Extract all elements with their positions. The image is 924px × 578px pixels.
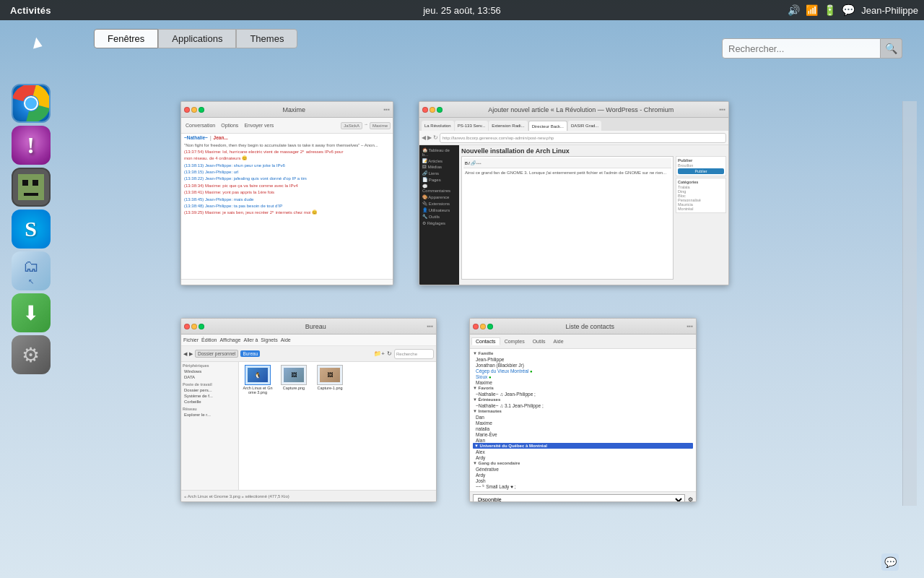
chat-icon[interactable]: 💬 bbox=[842, 4, 855, 17]
fm-back[interactable]: ◀ bbox=[183, 351, 187, 357]
sidebar-item-windows[interactable]: Windows bbox=[183, 368, 237, 374]
sound-icon[interactable]: 🔊 bbox=[788, 4, 800, 16]
wp-menu-outils[interactable]: 🔧 Outils bbox=[421, 213, 458, 220]
wp-menu-item[interactable]: 🏠 Tableau de b... bbox=[421, 147, 458, 158]
chat-to-field[interactable]: JaSickA bbox=[341, 122, 362, 129]
menu-aller[interactable]: Aller à bbox=[243, 337, 258, 342]
window-contacts[interactable]: Liste de contacts ▪▪▪ Contacts Comptes O… bbox=[469, 318, 697, 502]
tab-comptes[interactable]: Comptes bbox=[501, 338, 528, 345]
menu-signets[interactable]: Signets bbox=[261, 337, 277, 342]
close-dot-contacts[interactable] bbox=[473, 324, 479, 329]
fm-location-dossier[interactable]: Dossier personnel bbox=[195, 350, 238, 358]
contact-jonathan[interactable]: Jonathan (Blackbier Jr) bbox=[473, 362, 693, 368]
wp-editor[interactable]: B I 🔗 ▪▪▪▪ Ainsi ce grand fan de GNOME 3… bbox=[461, 156, 674, 280]
sidebar-item-explorer[interactable]: Explorer le r... bbox=[183, 412, 237, 418]
contact-natalia[interactable]: natalia bbox=[473, 426, 693, 431]
search-input[interactable] bbox=[722, 38, 881, 59]
editor-tool-b[interactable]: B bbox=[465, 161, 468, 165]
chat-menu-options[interactable]: Options bbox=[219, 122, 240, 129]
contact-alex[interactable]: Alex bbox=[473, 449, 693, 454]
contact-maxime2[interactable]: Maxime bbox=[473, 420, 693, 426]
dock-icon-minecraft[interactable] bbox=[12, 168, 51, 207]
sidebar-item-corbeille[interactable]: Corbeille bbox=[183, 399, 237, 405]
wp-menu-articles[interactable]: 📝 Articles bbox=[421, 158, 458, 164]
contact-nathalie-erin[interactable]: ~Nathalie~ ♫ 3.1 Jean-Philippe ; bbox=[473, 402, 693, 408]
min-dot-desktop[interactable] bbox=[191, 324, 197, 329]
fm-reload[interactable]: ↻ bbox=[387, 350, 392, 357]
back-button[interactable]: ◀ bbox=[422, 134, 426, 141]
dock-icon-settings[interactable]: ⚙ bbox=[12, 335, 51, 374]
contact-jeanphilippe[interactable]: Jean-Philippe bbox=[473, 356, 693, 362]
min-dot-contacts[interactable] bbox=[480, 324, 486, 329]
contact-ardy[interactable]: Ardy bbox=[473, 454, 693, 460]
fm-search-input[interactable]: Recherche bbox=[394, 349, 434, 359]
file-item-capture1[interactable]: 🖼 Capture-1.png bbox=[314, 365, 346, 390]
dock-icon-chrome[interactable] bbox=[12, 84, 51, 123]
contact-marie-eve[interactable]: Marie-Ève bbox=[473, 431, 693, 437]
contact-sioux[interactable]: Sioux ● bbox=[473, 374, 693, 379]
search-button[interactable]: 🔍 bbox=[881, 38, 902, 59]
wp-menu-pages[interactable]: 📄 Pages bbox=[421, 176, 458, 183]
min-dot[interactable] bbox=[191, 107, 197, 113]
wp-menu-utilisateurs[interactable]: 👤 Utilisateurs bbox=[421, 207, 458, 213]
contact-generative[interactable]: Générative bbox=[473, 466, 693, 472]
wp-menu-medias[interactable]: 🖼 Médias bbox=[421, 164, 458, 170]
wp-menu-liens[interactable]: 🔗 Liens bbox=[421, 170, 458, 176]
wp-cat-item-6[interactable]: Montréal bbox=[678, 207, 724, 211]
fm-location-bureau[interactable]: Bureau bbox=[240, 350, 260, 357]
browser-tab-5[interactable]: DASIR Grad... bbox=[568, 121, 601, 131]
tab-contacts[interactable]: Contacts bbox=[471, 337, 500, 345]
contact-dan[interactable]: Dan bbox=[473, 414, 693, 420]
sidebar-item-systeme[interactable]: Système de f... bbox=[183, 393, 237, 399]
status-config-icon[interactable]: ⚙ bbox=[688, 496, 693, 502]
chat-menu-envoyer[interactable]: Envoyer vers bbox=[242, 122, 276, 129]
browser-tab-3[interactable]: Extension Radi... bbox=[489, 121, 527, 131]
wp-menu-reglages[interactable]: ⚙ Réglages bbox=[421, 220, 458, 226]
notification-icon[interactable]: 💬 bbox=[881, 553, 899, 571]
window-desktop[interactable]: Bureau ▪▪▪ Fichier Édition Affichage All… bbox=[180, 318, 437, 502]
contact-maxime[interactable]: Maxime bbox=[473, 379, 693, 385]
min-dot-chromium[interactable] bbox=[430, 107, 435, 113]
wp-menu-commentaires[interactable]: 💬 Commentaires bbox=[421, 183, 458, 194]
editor-tools-more[interactable]: ▪▪▪▪ bbox=[476, 161, 481, 165]
forward-button[interactable]: ▶ bbox=[427, 134, 432, 141]
tab-aide[interactable]: Aide bbox=[550, 338, 567, 345]
browser-tab-1[interactable]: La Révolution bbox=[422, 121, 454, 131]
sidebar-item-dossier[interactable]: Dossier pers... bbox=[183, 387, 237, 393]
sidebar-item-data[interactable]: DATA bbox=[183, 374, 237, 380]
fm-forward[interactable]: ▶ bbox=[189, 351, 193, 357]
dock-icon-skype[interactable]: S bbox=[12, 210, 51, 249]
max-dot-contacts[interactable] bbox=[487, 324, 493, 329]
file-item-archlinux[interactable]: 🐧 Arch Linux et Gnome 3.png bbox=[242, 365, 274, 394]
contact-small-lady[interactable]: ~~ ⁵ Small Lady ♥ ; bbox=[473, 483, 693, 490]
activities-button[interactable]: Activités bbox=[6, 5, 56, 16]
editor-tool-link[interactable]: 🔗 bbox=[471, 160, 476, 165]
chat-from-field[interactable]: Maxime bbox=[370, 122, 391, 129]
fm-new-folder[interactable]: 📁+ bbox=[374, 350, 385, 357]
menu-edition[interactable]: Édition bbox=[201, 337, 217, 342]
chat-menu-conversation[interactable]: Conversation bbox=[183, 122, 217, 129]
menu-fichier[interactable]: Fichier bbox=[183, 337, 199, 342]
browser-tab-2[interactable]: PS-133 Serv... bbox=[455, 121, 489, 131]
contact-alan[interactable]: Alan bbox=[473, 437, 693, 443]
max-dot-chromium[interactable] bbox=[437, 107, 443, 113]
wp-publish-button[interactable]: Publier bbox=[678, 168, 724, 174]
menu-aide[interactable]: Aide bbox=[281, 337, 291, 342]
contact-josh[interactable]: Josh bbox=[473, 478, 693, 483]
browser-tab-4[interactable]: Directeur Back... bbox=[528, 121, 567, 131]
max-dot[interactable] bbox=[199, 107, 204, 113]
windows-tab[interactable]: Fenêtres bbox=[94, 29, 158, 48]
menu-affichage[interactable]: Affichage bbox=[219, 337, 240, 342]
applications-tab[interactable]: Applications bbox=[158, 29, 236, 48]
reload-button[interactable]: ↻ bbox=[433, 134, 438, 141]
close-dot-desktop[interactable] bbox=[184, 324, 190, 329]
url-bar[interactable]: http://larevo.lbcorp.genereux.com/wp-adm… bbox=[440, 133, 726, 143]
file-item-capture[interactable]: 🖼 Capture.png bbox=[278, 365, 310, 390]
status-dropdown[interactable]: Disponible bbox=[473, 494, 685, 503]
contact-nathalie-fav[interactable]: ~Nathalie~ ♫ Jean-Philippe ; bbox=[473, 391, 693, 397]
window-maxime[interactable]: Maxime ▪▪▪ Conversation Options Envoyer … bbox=[180, 101, 393, 285]
dock-icon-files[interactable]: 🗂 ↖ bbox=[12, 251, 51, 290]
dock-icon-bugzilla[interactable]: ! bbox=[12, 126, 51, 165]
themes-tab[interactable]: Themes bbox=[236, 29, 297, 48]
user-menu[interactable]: Jean-Philippe bbox=[861, 5, 918, 16]
